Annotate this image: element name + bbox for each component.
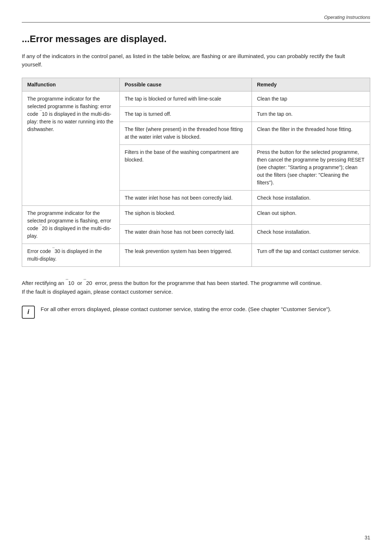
remedy-cell-8: Turn off the tap and contact customer se… [252,244,370,266]
table-row: The programme indicator for the selected… [22,205,370,225]
cause-cell-3: The filter (where present) in the thread… [119,122,252,144]
error-table: Malfunction Possible cause Remedy The pr… [22,78,370,267]
info-text: For all other errors displayed, please c… [41,305,331,314]
info-icon-label: i [27,308,29,316]
header-malfunction: Malfunction [22,78,120,91]
table-header-row: Malfunction Possible cause Remedy [22,78,370,91]
table-row: Error code ¯30 is displayed in the multi… [22,244,370,266]
header-remedy: Remedy [252,78,370,91]
page-title: ...Error messages are displayed. [22,33,370,45]
cause-cell-5: The water inlet hose has not been correc… [119,190,252,205]
cause-cell-6: The siphon is blocked. [119,205,252,225]
header-cause: Possible cause [119,78,252,91]
remedy-cell-6: Clean out siphon. [252,205,370,225]
cause-cell-8: The leak prevention system has been trig… [119,244,252,266]
remedy-cell-3: Clean the filter in the threaded hose fi… [252,122,370,144]
remedy-cell-4: Press the button for the selected progra… [252,144,370,190]
remedy-cell-2: Turn the tap on. [252,106,370,122]
malfunction-cell-2: The programme indicator for the selected… [22,205,120,244]
info-box: i For all other errors displayed, please… [22,305,356,319]
remedy-cell-1: Clean the tap [252,91,370,106]
malfunction-cell-1: The programme indicator for the selected… [22,91,120,205]
cause-cell-2: The tap is turned off. [119,106,252,122]
intro-text: If any of the indicators in the control … [22,52,356,69]
after-paragraph-2: If the fault is displayed again, please … [22,287,356,296]
cause-cell-1: The tap is blocked or furred with lime-s… [119,91,252,106]
cause-cell-4: Filters in the base of the washing compa… [119,144,252,190]
malfunction-cell-3: Error code ¯30 is displayed in the multi… [22,244,120,266]
info-icon: i [22,306,35,319]
remedy-cell-7: Check hose installation. [252,225,370,244]
page-container: Operating Instructions ...Error messages… [0,0,392,555]
page-number: 31 [364,535,370,540]
cause-cell-7: The water drain hose has not been correc… [119,225,252,244]
table-row: The programme indicator for the selected… [22,91,370,106]
after-text: After rectifying an ¯10 or ¯20 error, pr… [22,278,356,296]
header-bar: Operating Instructions [22,15,370,23]
remedy-cell-5: Check hose installation. [252,190,370,205]
header-title: Operating Instructions [324,15,370,20]
after-paragraph-1: After rectifying an ¯10 or ¯20 error, pr… [22,278,356,287]
